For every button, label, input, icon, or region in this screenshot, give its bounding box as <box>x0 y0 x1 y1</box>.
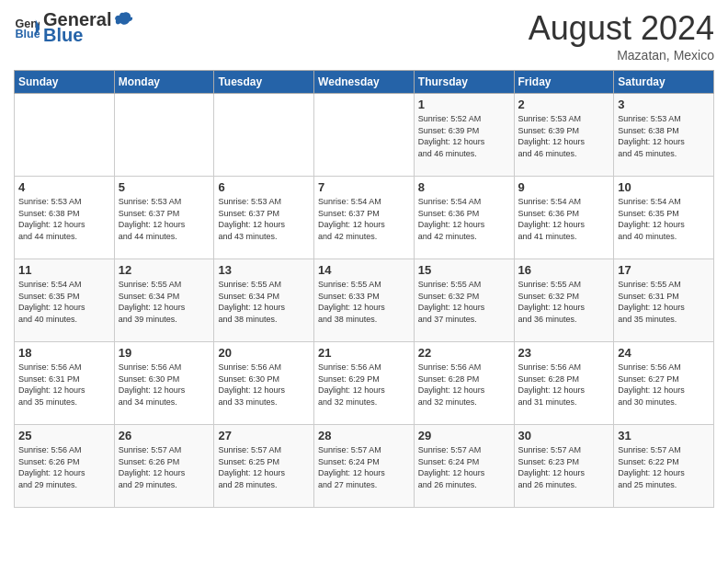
logo: General Blue General Blue <box>14 9 133 46</box>
day-info: Sunrise: 5:57 AM Sunset: 6:25 PM Dayligh… <box>218 444 310 490</box>
calendar-cell: 31Sunrise: 5:57 AM Sunset: 6:22 PM Dayli… <box>614 425 714 508</box>
day-number: 29 <box>418 429 510 442</box>
weekday-header-tuesday: Tuesday <box>214 71 314 94</box>
calendar-week-row: 11Sunrise: 5:54 AM Sunset: 6:35 PM Dayli… <box>15 259 714 342</box>
calendar-week-row: 4Sunrise: 5:53 AM Sunset: 6:38 PM Daylig… <box>15 177 714 259</box>
day-info: Sunrise: 5:55 AM Sunset: 6:31 PM Dayligh… <box>618 279 710 325</box>
day-info: Sunrise: 5:54 AM Sunset: 6:37 PM Dayligh… <box>318 196 410 242</box>
day-info: Sunrise: 5:53 AM Sunset: 6:37 PM Dayligh… <box>119 196 210 242</box>
calendar-cell: 23Sunrise: 5:56 AM Sunset: 6:28 PM Dayli… <box>514 342 614 425</box>
day-number: 13 <box>218 263 310 277</box>
day-info: Sunrise: 5:55 AM Sunset: 6:32 PM Dayligh… <box>518 279 610 325</box>
weekday-header-friday: Friday <box>514 71 614 94</box>
day-info: Sunrise: 5:57 AM Sunset: 6:23 PM Dayligh… <box>518 444 610 490</box>
calendar-cell: 1Sunrise: 5:52 AM Sunset: 6:39 PM Daylig… <box>414 94 514 177</box>
calendar-cell <box>214 94 314 177</box>
calendar-cell <box>15 94 115 177</box>
calendar-table: SundayMondayTuesdayWednesdayThursdayFrid… <box>14 70 714 508</box>
calendar-cell: 30Sunrise: 5:57 AM Sunset: 6:23 PM Dayli… <box>514 425 614 508</box>
day-info: Sunrise: 5:54 AM Sunset: 6:35 PM Dayligh… <box>18 279 110 325</box>
logo-bird-icon <box>113 10 133 30</box>
day-info: Sunrise: 5:54 AM Sunset: 6:36 PM Dayligh… <box>418 196 510 242</box>
calendar-cell: 5Sunrise: 5:53 AM Sunset: 6:37 PM Daylig… <box>114 177 214 259</box>
day-info: Sunrise: 5:55 AM Sunset: 6:34 PM Dayligh… <box>218 279 310 325</box>
day-number: 1 <box>418 98 510 111</box>
day-number: 5 <box>119 180 210 194</box>
calendar-cell: 6Sunrise: 5:53 AM Sunset: 6:37 PM Daylig… <box>214 177 314 259</box>
calendar-cell: 19Sunrise: 5:56 AM Sunset: 6:30 PM Dayli… <box>114 342 214 425</box>
day-number: 6 <box>218 180 310 194</box>
day-number: 28 <box>318 429 410 442</box>
weekday-header-monday: Monday <box>114 71 214 94</box>
weekday-header-wednesday: Wednesday <box>314 71 415 94</box>
day-info: Sunrise: 5:53 AM Sunset: 6:38 PM Dayligh… <box>18 196 110 242</box>
day-number: 4 <box>18 180 110 194</box>
day-info: Sunrise: 5:57 AM Sunset: 6:22 PM Dayligh… <box>618 444 710 490</box>
calendar-cell: 27Sunrise: 5:57 AM Sunset: 6:25 PM Dayli… <box>214 425 314 508</box>
day-number: 30 <box>518 429 610 442</box>
day-info: Sunrise: 5:56 AM Sunset: 6:29 PM Dayligh… <box>318 362 410 408</box>
calendar-cell: 20Sunrise: 5:56 AM Sunset: 6:30 PM Dayli… <box>214 342 314 425</box>
calendar-cell: 17Sunrise: 5:55 AM Sunset: 6:31 PM Dayli… <box>614 259 714 342</box>
calendar-cell: 8Sunrise: 5:54 AM Sunset: 6:36 PM Daylig… <box>414 177 514 259</box>
day-number: 2 <box>518 98 610 111</box>
day-number: 24 <box>618 346 710 360</box>
day-info: Sunrise: 5:52 AM Sunset: 6:39 PM Dayligh… <box>418 113 510 159</box>
calendar-cell <box>114 94 214 177</box>
month-year-title: August 2024 <box>529 9 714 48</box>
day-number: 23 <box>518 346 610 360</box>
day-number: 16 <box>518 263 610 277</box>
calendar-cell: 12Sunrise: 5:55 AM Sunset: 6:34 PM Dayli… <box>114 259 214 342</box>
calendar-cell: 2Sunrise: 5:53 AM Sunset: 6:39 PM Daylig… <box>514 94 614 177</box>
calendar-cell: 24Sunrise: 5:56 AM Sunset: 6:27 PM Dayli… <box>614 342 714 425</box>
day-number: 8 <box>418 180 510 194</box>
calendar-cell: 14Sunrise: 5:55 AM Sunset: 6:33 PM Dayli… <box>314 259 415 342</box>
calendar-week-row: 1Sunrise: 5:52 AM Sunset: 6:39 PM Daylig… <box>15 94 714 177</box>
logo-icon: General Blue <box>14 15 40 40</box>
calendar-cell: 15Sunrise: 5:55 AM Sunset: 6:32 PM Dayli… <box>414 259 514 342</box>
calendar-cell: 11Sunrise: 5:54 AM Sunset: 6:35 PM Dayli… <box>15 259 115 342</box>
day-number: 20 <box>218 346 310 360</box>
day-info: Sunrise: 5:56 AM Sunset: 6:28 PM Dayligh… <box>518 362 610 408</box>
calendar-cell: 28Sunrise: 5:57 AM Sunset: 6:24 PM Dayli… <box>314 425 415 508</box>
day-number: 26 <box>119 429 210 442</box>
day-number: 15 <box>418 263 510 277</box>
calendar-cell: 22Sunrise: 5:56 AM Sunset: 6:28 PM Dayli… <box>414 342 514 425</box>
weekday-header-row: SundayMondayTuesdayWednesdayThursdayFrid… <box>15 71 714 94</box>
day-info: Sunrise: 5:56 AM Sunset: 6:26 PM Dayligh… <box>18 444 110 490</box>
calendar-cell: 9Sunrise: 5:54 AM Sunset: 6:36 PM Daylig… <box>514 177 614 259</box>
calendar-cell: 25Sunrise: 5:56 AM Sunset: 6:26 PM Dayli… <box>15 425 115 508</box>
day-number: 19 <box>119 346 210 360</box>
day-number: 27 <box>218 429 310 442</box>
day-info: Sunrise: 5:57 AM Sunset: 6:24 PM Dayligh… <box>418 444 510 490</box>
day-info: Sunrise: 5:57 AM Sunset: 6:26 PM Dayligh… <box>119 444 210 490</box>
day-number: 11 <box>18 263 110 277</box>
calendar-cell: 21Sunrise: 5:56 AM Sunset: 6:29 PM Dayli… <box>314 342 415 425</box>
day-number: 18 <box>18 346 110 360</box>
calendar-cell: 16Sunrise: 5:55 AM Sunset: 6:32 PM Dayli… <box>514 259 614 342</box>
day-number: 17 <box>618 263 710 277</box>
day-info: Sunrise: 5:53 AM Sunset: 6:37 PM Dayligh… <box>218 196 310 242</box>
calendar-cell: 26Sunrise: 5:57 AM Sunset: 6:26 PM Dayli… <box>114 425 214 508</box>
day-number: 10 <box>618 180 710 194</box>
calendar-cell: 13Sunrise: 5:55 AM Sunset: 6:34 PM Dayli… <box>214 259 314 342</box>
day-number: 14 <box>318 263 410 277</box>
weekday-header-sunday: Sunday <box>15 71 115 94</box>
day-info: Sunrise: 5:55 AM Sunset: 6:33 PM Dayligh… <box>318 279 410 325</box>
day-number: 3 <box>618 98 710 111</box>
day-info: Sunrise: 5:56 AM Sunset: 6:30 PM Dayligh… <box>218 362 310 408</box>
page-header: General Blue General Blue August 2024 Ma… <box>14 9 714 63</box>
day-info: Sunrise: 5:55 AM Sunset: 6:34 PM Dayligh… <box>119 279 210 325</box>
calendar-cell <box>314 94 415 177</box>
calendar-cell: 4Sunrise: 5:53 AM Sunset: 6:38 PM Daylig… <box>15 177 115 259</box>
calendar-cell: 7Sunrise: 5:54 AM Sunset: 6:37 PM Daylig… <box>314 177 415 259</box>
day-info: Sunrise: 5:56 AM Sunset: 6:28 PM Dayligh… <box>418 362 510 408</box>
day-info: Sunrise: 5:57 AM Sunset: 6:24 PM Dayligh… <box>318 444 410 490</box>
title-block: August 2024 Mazatan, Mexico <box>529 9 714 63</box>
day-info: Sunrise: 5:53 AM Sunset: 6:38 PM Dayligh… <box>618 113 710 159</box>
calendar-week-row: 25Sunrise: 5:56 AM Sunset: 6:26 PM Dayli… <box>15 425 714 508</box>
day-info: Sunrise: 5:53 AM Sunset: 6:39 PM Dayligh… <box>518 113 610 159</box>
location-subtitle: Mazatan, Mexico <box>529 48 714 63</box>
day-number: 7 <box>318 180 410 194</box>
weekday-header-thursday: Thursday <box>414 71 514 94</box>
